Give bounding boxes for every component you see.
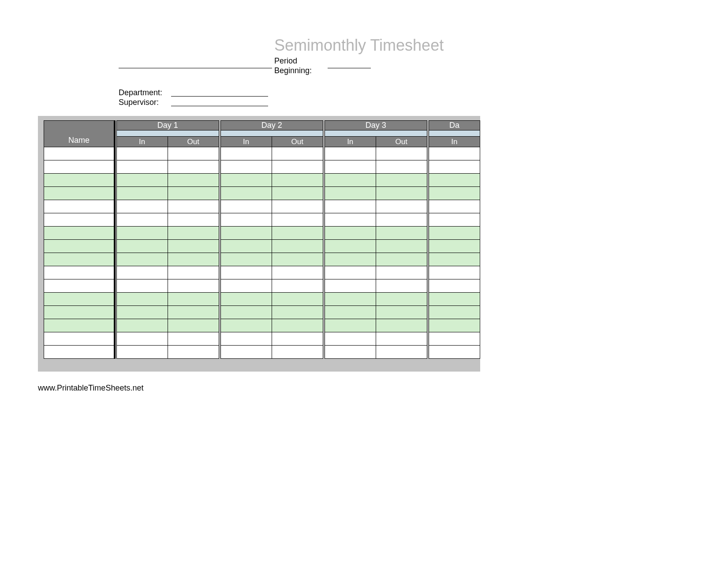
cell-in[interactable]: [429, 187, 480, 200]
cell-in[interactable]: [116, 306, 168, 319]
cell-in[interactable]: [116, 240, 168, 253]
cell-in[interactable]: [429, 293, 480, 306]
cell-out[interactable]: [376, 227, 427, 240]
cell-out[interactable]: [272, 293, 323, 306]
cell-out[interactable]: [168, 346, 219, 359]
cell-out[interactable]: [376, 253, 427, 266]
cell-in[interactable]: [116, 319, 168, 332]
cell-in[interactable]: [429, 279, 480, 293]
cell-in[interactable]: [116, 253, 168, 266]
cell-out[interactable]: [272, 200, 323, 213]
cell-out[interactable]: [376, 174, 427, 187]
cell-in[interactable]: [325, 147, 376, 160]
cell-name[interactable]: [44, 346, 115, 359]
cell-out[interactable]: [168, 213, 219, 227]
cell-name[interactable]: [44, 319, 115, 332]
cell-out[interactable]: [272, 174, 323, 187]
cell-out[interactable]: [376, 160, 427, 174]
cell-out[interactable]: [272, 147, 323, 160]
cell-out[interactable]: [168, 253, 219, 266]
cell-in[interactable]: [429, 227, 480, 240]
cell-in[interactable]: [429, 174, 480, 187]
cell-out[interactable]: [376, 266, 427, 279]
cell-in[interactable]: [220, 187, 272, 200]
cell-in[interactable]: [116, 266, 168, 279]
cell-out[interactable]: [272, 346, 323, 359]
cell-name[interactable]: [44, 213, 115, 227]
cell-in[interactable]: [325, 200, 376, 213]
cell-out[interactable]: [272, 332, 323, 346]
cell-in[interactable]: [220, 174, 272, 187]
cell-name[interactable]: [44, 187, 115, 200]
cell-name[interactable]: [44, 160, 115, 174]
cell-out[interactable]: [168, 187, 219, 200]
cell-out[interactable]: [376, 319, 427, 332]
cell-in[interactable]: [220, 227, 272, 240]
cell-in[interactable]: [325, 160, 376, 174]
cell-out[interactable]: [168, 266, 219, 279]
cell-out[interactable]: [376, 213, 427, 227]
cell-in[interactable]: [116, 200, 168, 213]
cell-name[interactable]: [44, 293, 115, 306]
cell-in[interactable]: [325, 253, 376, 266]
cell-out[interactable]: [168, 319, 219, 332]
cell-out[interactable]: [376, 187, 427, 200]
cell-out[interactable]: [376, 293, 427, 306]
cell-out[interactable]: [168, 200, 219, 213]
cell-in[interactable]: [220, 240, 272, 253]
cell-out[interactable]: [168, 332, 219, 346]
cell-in[interactable]: [429, 147, 480, 160]
cell-in[interactable]: [325, 266, 376, 279]
cell-out[interactable]: [168, 293, 219, 306]
cell-in[interactable]: [325, 279, 376, 293]
cell-name[interactable]: [44, 174, 115, 187]
cell-in[interactable]: [116, 174, 168, 187]
cell-out[interactable]: [168, 227, 219, 240]
cell-in[interactable]: [116, 160, 168, 174]
cell-in[interactable]: [429, 200, 480, 213]
cell-out[interactable]: [168, 160, 219, 174]
cell-in[interactable]: [116, 293, 168, 306]
cell-out[interactable]: [376, 200, 427, 213]
cell-out[interactable]: [168, 240, 219, 253]
cell-in[interactable]: [429, 213, 480, 227]
cell-out[interactable]: [272, 213, 323, 227]
cell-in[interactable]: [429, 160, 480, 174]
cell-in[interactable]: [429, 306, 480, 319]
cell-out[interactable]: [168, 306, 219, 319]
cell-out[interactable]: [272, 187, 323, 200]
cell-in[interactable]: [116, 279, 168, 293]
cell-in[interactable]: [116, 332, 168, 346]
cell-in[interactable]: [220, 332, 272, 346]
cell-name[interactable]: [44, 266, 115, 279]
cell-name[interactable]: [44, 279, 115, 293]
cell-out[interactable]: [272, 319, 323, 332]
cell-in[interactable]: [220, 213, 272, 227]
cell-in[interactable]: [325, 187, 376, 200]
cell-in[interactable]: [429, 253, 480, 266]
cell-in[interactable]: [325, 346, 376, 359]
cell-in[interactable]: [220, 253, 272, 266]
cell-in[interactable]: [220, 147, 272, 160]
cell-out[interactable]: [272, 306, 323, 319]
cell-in[interactable]: [220, 266, 272, 279]
cell-in[interactable]: [220, 306, 272, 319]
cell-name[interactable]: [44, 227, 115, 240]
cell-in[interactable]: [325, 306, 376, 319]
cell-in[interactable]: [325, 319, 376, 332]
cell-in[interactable]: [116, 147, 168, 160]
cell-in[interactable]: [325, 332, 376, 346]
cell-name[interactable]: [44, 306, 115, 319]
cell-out[interactable]: [168, 279, 219, 293]
cell-in[interactable]: [116, 187, 168, 200]
cell-in[interactable]: [429, 346, 480, 359]
cell-in[interactable]: [220, 346, 272, 359]
cell-out[interactable]: [376, 332, 427, 346]
cell-in[interactable]: [325, 213, 376, 227]
cell-out[interactable]: [376, 279, 427, 293]
cell-in[interactable]: [325, 174, 376, 187]
cell-in[interactable]: [220, 279, 272, 293]
cell-out[interactable]: [272, 160, 323, 174]
cell-name[interactable]: [44, 253, 115, 266]
cell-out[interactable]: [272, 279, 323, 293]
